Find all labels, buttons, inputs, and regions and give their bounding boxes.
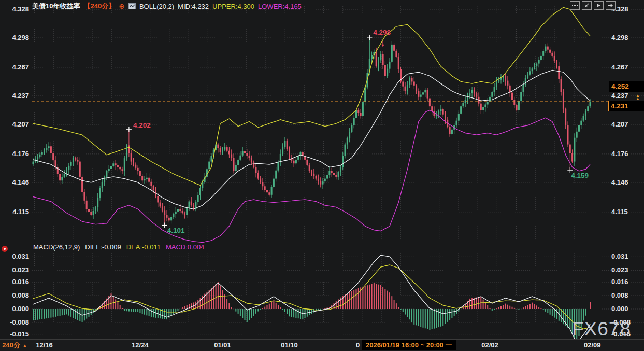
macd-tick-label-right: 0.008 xyxy=(611,291,628,299)
date-tick-label: 01/10 xyxy=(275,341,304,349)
price-tick-label-left: 4.237 xyxy=(1,92,29,100)
dea-line xyxy=(33,265,590,329)
price-tick-label-left: 4.298 xyxy=(1,34,29,41)
boll-label: BOLL(20,2) xyxy=(139,3,174,10)
price-tick-label-right: 4.237 xyxy=(611,92,628,100)
macd-dea-value: DEA:-0.011 xyxy=(126,243,161,251)
price-tick-label-right: 4.176 xyxy=(611,150,628,158)
price-tick-label-right: 4.267 xyxy=(611,63,628,71)
macd-tick-label-right: 0.016 xyxy=(611,278,628,286)
macd-tick-label-left: 0.016 xyxy=(1,278,29,286)
macd-header: MACD(26,12,9) DIFF:-0.009 DEA:-0.011 MAC… xyxy=(33,243,204,251)
period-selector-arrow-icon: ▲ xyxy=(22,343,27,348)
price-tick-label-left: 4.328 xyxy=(1,5,29,13)
add-indicator-icon[interactable]: ⊕ xyxy=(119,2,125,10)
macd-tick-label-left: 0.031 xyxy=(1,252,29,260)
boll-mid-line xyxy=(33,70,590,209)
extreme-price-annotation: 4.202 xyxy=(133,121,151,129)
date-tick-label: 01/01 xyxy=(208,341,237,349)
scale-window-icon[interactable] xyxy=(582,1,592,10)
current-price-label: 4.231 xyxy=(608,101,644,111)
price-tick-label-right: 4.146 xyxy=(611,178,628,186)
boll-lower-value: LOWER:4.165 xyxy=(258,3,302,10)
trading-chart-window: 4.2984.2024.1014.159 美债10年收益率 【240分】 ⊕ B… xyxy=(0,0,644,351)
date-tick-label: 12/16 xyxy=(30,341,59,349)
chart-header: 美债10年收益率 【240分】 ⊕ BOLL(20,2) MID:4.232 U… xyxy=(32,2,302,11)
period-selector-label: 240分 xyxy=(2,341,20,350)
chart-canvas[interactable]: 4.2984.2024.1014.159 xyxy=(0,0,644,351)
diff-line xyxy=(33,255,590,343)
panel-divider xyxy=(0,240,644,240)
macd-diff-value: DIFF:-0.009 xyxy=(85,243,121,251)
macd-tick-label-right: 0.031 xyxy=(611,252,628,260)
macd-histogram xyxy=(33,282,591,344)
macd-tick-label-left: 0.000 xyxy=(1,305,29,313)
extreme-price-annotation: 4.159 xyxy=(571,172,589,179)
macd-tick-label-left: -0.015 xyxy=(1,330,29,338)
chart-toolbar xyxy=(570,1,616,10)
extreme-price-annotation: 4.101 xyxy=(167,227,185,234)
time-axis-bar xyxy=(0,339,644,351)
date-tick-label: 12/24 xyxy=(125,341,154,349)
date-tick-label: 02/09 xyxy=(578,341,607,349)
mini-chart-icon xyxy=(128,3,136,9)
partial-date-label: 0 xyxy=(356,341,360,349)
price-tick-label-right: 4.298 xyxy=(611,34,628,41)
price-tick-label-left: 4.207 xyxy=(1,120,29,128)
boll-mid-value: MID:4.232 xyxy=(178,3,209,10)
macd-tick-label-left: 0.008 xyxy=(1,291,29,299)
macd-tick-label-left: -0.008 xyxy=(1,318,29,326)
instrument-title: 美债10年收益率 xyxy=(32,2,80,11)
macd-tick-label-right: 0.023 xyxy=(611,266,628,274)
macd-macd-value: MACD:0.004 xyxy=(166,243,204,251)
boll-upper-value: UPPER:4.300 xyxy=(212,3,254,10)
date-tick-label: 02/02 xyxy=(476,341,505,349)
shift-window-icon[interactable] xyxy=(606,1,616,10)
time-range-tooltip: 2026/01/19 16:00 ~ 20:00 一 xyxy=(362,340,456,350)
crosshair-tool-icon[interactable] xyxy=(570,1,580,10)
fx678-watermark: FX678 xyxy=(572,318,631,340)
alert-price-label: 4.252 xyxy=(609,81,644,92)
macd-label: MACD(26,12,9) xyxy=(33,243,80,251)
price-tick-label-right: 4.115 xyxy=(611,208,628,216)
price-tick-label-left: 4.176 xyxy=(1,150,29,158)
price-tick-label-left: 4.115 xyxy=(1,208,29,216)
period-label: 【240分】 xyxy=(83,2,115,11)
period-selector[interactable]: 240分 ▲ xyxy=(0,340,30,351)
price-tick-label-left: 4.267 xyxy=(1,63,29,71)
extreme-price-annotation: 4.298 xyxy=(373,29,391,36)
price-tick-label-left: 4.146 xyxy=(1,178,29,186)
play-window-icon[interactable] xyxy=(594,1,604,10)
indicator-settings-icon[interactable] xyxy=(2,246,8,252)
price-tick-label-right: 4.207 xyxy=(611,120,628,128)
macd-tick-label-right: 0.000 xyxy=(611,305,628,313)
macd-tick-label-left: 0.023 xyxy=(1,266,29,274)
current-price-marker-icon: ▲▲ xyxy=(636,94,640,101)
